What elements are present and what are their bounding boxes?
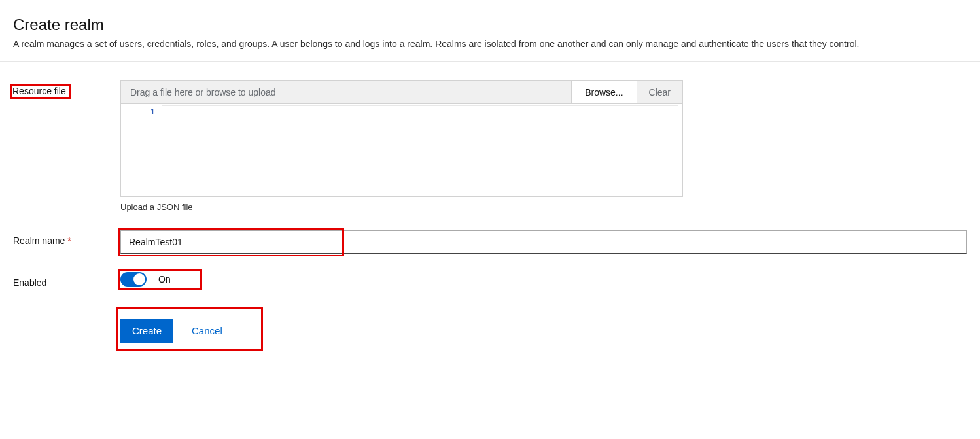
cancel-button[interactable]: Cancel <box>192 325 222 336</box>
editor-line-number: 1 <box>121 107 162 116</box>
page-header: Create realm A realm manages a set of us… <box>0 0 980 62</box>
browse-button[interactable]: Browse... <box>571 81 636 103</box>
resource-file-label-highlight: Resource file <box>10 84 71 99</box>
resource-file-helper: Upload a JSON file <box>120 202 683 212</box>
editor-line-content[interactable] <box>162 105 678 118</box>
resource-file-controls: Drag a file here or browse to upload Bro… <box>120 80 683 212</box>
enabled-control: On <box>120 272 683 287</box>
create-button[interactable]: Create <box>120 319 173 343</box>
enabled-label: Enabled <box>13 272 120 288</box>
json-editor[interactable]: 1 <box>120 104 683 197</box>
enabled-state-label: On <box>158 274 171 285</box>
enabled-toggle-wrap: On <box>120 272 683 287</box>
dropzone-hint: Drag a file here or browse to upload <box>121 81 571 103</box>
page-subtitle: A realm manages a set of users, credenti… <box>13 38 967 51</box>
enabled-row: Enabled On <box>13 272 967 288</box>
enabled-toggle[interactable] <box>120 272 147 287</box>
realm-name-label: Realm name <box>13 230 120 246</box>
create-realm-form: Resource file Drag a file here or browse… <box>0 62 980 361</box>
form-actions: Create Cancel <box>120 319 967 343</box>
clear-button[interactable]: Clear <box>637 81 682 103</box>
toggle-knob-icon <box>133 273 145 285</box>
realm-name-input[interactable] <box>120 230 967 254</box>
resource-file-row: Resource file Drag a file here or browse… <box>13 80 967 212</box>
resource-file-label: Resource file <box>13 80 120 99</box>
file-dropzone[interactable]: Drag a file here or browse to upload Bro… <box>120 80 683 104</box>
realm-name-row: Realm name <box>13 230 967 254</box>
create-realm-page: Create realm A realm manages a set of us… <box>0 0 980 361</box>
realm-name-control <box>120 230 967 254</box>
editor-line: 1 <box>121 104 682 118</box>
page-title: Create realm <box>13 16 967 34</box>
